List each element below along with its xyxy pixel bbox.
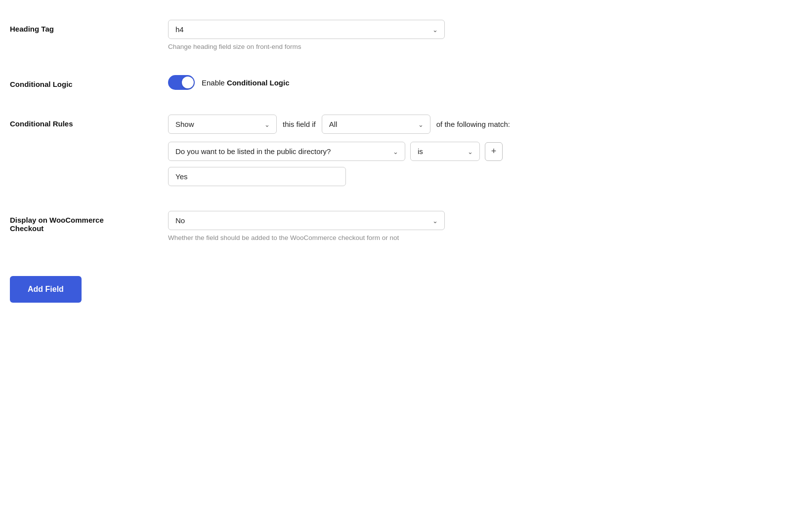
rules-row: Show Hide ⌄ this field if All Any ⌄ of t… <box>168 115 613 134</box>
heading-tag-select[interactable]: h1 h2 h3 h4 h5 h6 <box>168 20 445 39</box>
heading-tag-control: h1 h2 h3 h4 h5 h6 ⌄ Change heading field… <box>168 20 613 50</box>
add-condition-button[interactable]: + <box>485 142 503 161</box>
operator-select[interactable]: is is not greater than less than <box>410 142 480 161</box>
woocommerce-checkout-hint: Whether the field should be added to the… <box>168 234 613 241</box>
woocommerce-checkout-label: Display on WooCommerce Checkout <box>10 211 168 233</box>
conditional-logic-section: Conditional Logic Enable Conditional Log… <box>10 75 792 95</box>
conditional-rules-control: Show Hide ⌄ this field if All Any ⌄ of t… <box>168 115 613 186</box>
woocommerce-checkout-section: Display on WooCommerce Checkout No Yes ⌄… <box>10 211 792 246</box>
conditional-rules-section: Conditional Rules Show Hide ⌄ this field… <box>10 115 792 191</box>
match-select-wrapper: All Any ⌄ <box>322 115 430 134</box>
conditional-logic-toggle[interactable] <box>168 75 195 90</box>
conditional-logic-label: Conditional Logic <box>10 75 168 88</box>
conditional-logic-control: Enable Conditional Logic <box>168 75 613 90</box>
conditional-logic-toggle-row: Enable Conditional Logic <box>168 75 613 90</box>
woocommerce-select-wrapper: No Yes ⌄ <box>168 211 445 230</box>
heading-tag-select-wrapper: h1 h2 h3 h4 h5 h6 ⌄ <box>168 20 445 39</box>
operator-select-wrapper: is is not greater than less than ⌄ <box>410 142 480 161</box>
this-field-if-text: this field if <box>283 120 316 128</box>
condition-value-input[interactable] <box>168 167 346 186</box>
woocommerce-checkout-select[interactable]: No Yes <box>168 211 445 230</box>
heading-tag-hint: Change heading field size on front-end f… <box>168 43 613 50</box>
add-field-section: Add Field <box>10 266 792 303</box>
heading-tag-section: Heading Tag h1 h2 h3 h4 h5 h6 ⌄ Change h… <box>10 20 792 55</box>
condition-field-select[interactable]: Do you want to be listed in the public d… <box>168 142 405 161</box>
woocommerce-checkout-control: No Yes ⌄ Whether the field should be add… <box>168 211 613 241</box>
show-hide-select[interactable]: Show Hide <box>168 115 277 134</box>
toggle-track <box>168 75 195 90</box>
condition-field-select-wrapper: Do you want to be listed in the public d… <box>168 142 405 161</box>
conditional-logic-toggle-label: Enable Conditional Logic <box>202 79 290 87</box>
toggle-thumb <box>182 77 194 88</box>
show-hide-select-wrapper: Show Hide ⌄ <box>168 115 277 134</box>
add-field-button[interactable]: Add Field <box>10 276 82 303</box>
condition-row: Do you want to be listed in the public d… <box>168 142 613 161</box>
conditional-logic-bold-text: Conditional Logic <box>227 79 290 87</box>
conditional-rules-label: Conditional Rules <box>10 115 168 128</box>
value-row <box>168 167 613 186</box>
of-the-following-text: of the following match: <box>436 120 510 128</box>
match-select[interactable]: All Any <box>322 115 430 134</box>
heading-tag-label: Heading Tag <box>10 20 168 33</box>
